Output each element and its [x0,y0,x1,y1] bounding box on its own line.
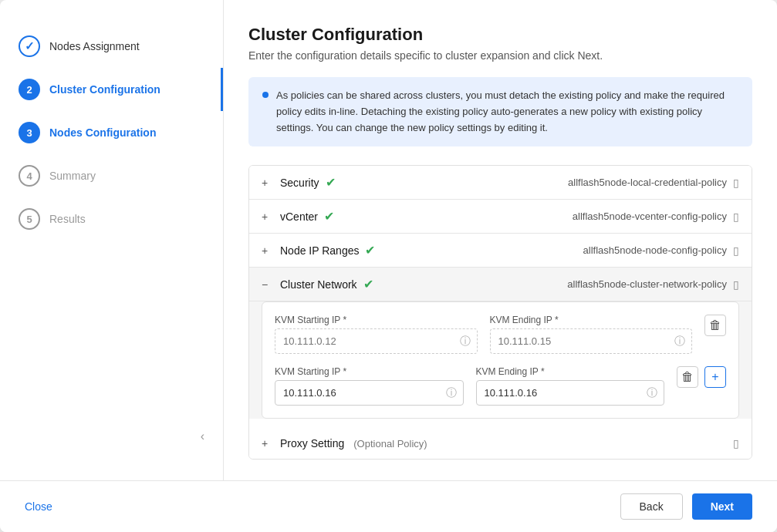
config-row-security: + Security ✔ allflash5node-local-credent… [249,166,752,200]
back-button[interactable]: Back [620,493,683,520]
delete-row-1-button[interactable]: 🗑 [704,315,726,336]
cluster-network-expand-icon[interactable]: − [262,278,274,291]
sidebar: ✓ Nodes Assignment 2 Cluster Configurati… [0,0,224,480]
kvm-end-input-1[interactable] [491,329,692,353]
config-list: + Security ✔ allflash5node-local-credent… [248,165,752,460]
security-expand-icon[interactable]: + [262,177,274,189]
config-row-cluster-network-header: − Cluster Network ✔ [262,277,567,291]
vcenter-copy-icon[interactable]: ▯ [733,210,739,223]
config-row-vcenter-header: + vCenter ✔ [262,209,573,224]
close-link[interactable]: Close [25,500,52,513]
node-ip-check-icon: ✔ [365,243,375,258]
cluster-network-copy-icon[interactable]: ▯ [733,278,739,291]
kvm-end-field-2: KVM Ending IP * ⓘ [476,366,665,406]
config-row-node-ip-header: + Node IP Ranges ✔ [262,243,583,258]
kvm-start-input-wrapper-1: ⓘ [275,328,478,354]
ip-row-1-actions: 🗑 [704,315,726,338]
modal-body: ✓ Nodes Assignment 2 Cluster Configurati… [0,0,777,480]
kvm-start-label-1: KVM Starting IP * [275,315,478,325]
kvm-end-input-wrapper-1: ⓘ [490,328,693,354]
kvm-end-input-wrapper-2: ⓘ [476,380,665,406]
add-row-button[interactable]: + [704,366,726,388]
next-button[interactable]: Next [692,493,752,520]
ip-row-2-actions: 🗑 + [677,366,726,389]
step-2-number: 2 [26,84,32,96]
kvm-start-field-1: KVM Starting IP * ⓘ [275,315,478,354]
proxy-optional-label: (Optional Policy) [353,438,427,450]
kvm-end-label-2: KVM Ending IP * [476,366,665,377]
step-1-circle: ✓ [19,35,40,57]
kvm-end-field-1: KVM Ending IP * ⓘ [490,315,693,354]
security-label: Security [280,177,319,189]
info-banner-text: As policies can be shared across cluster… [276,88,738,136]
step-4-circle: 4 [19,165,40,187]
kvm-start-input-1[interactable] [275,329,477,353]
sidebar-item-cluster-configuration[interactable]: 2 Cluster Configuration [0,68,223,111]
sidebar-item-summary[interactable]: 4 Summary [0,154,223,197]
step-2-circle: 2 [19,79,40,100]
info-dot-icon [262,92,269,98]
step-5-number: 5 [26,214,32,225]
step-5-label: Results [49,213,86,225]
step-1-check-icon: ✓ [25,39,35,53]
node-ip-policy-name: allflash5node-node-config-policy [583,244,727,256]
cluster-network-check-icon: ✔ [363,277,373,291]
vcenter-label: vCenter [280,210,318,223]
page-title: Cluster Configuration [248,25,752,45]
node-ip-label: Node IP Ranges [280,244,359,257]
ip-row-1: KVM Starting IP * ⓘ KVM Ending IP * [275,315,726,354]
node-ip-expand-icon[interactable]: + [262,244,274,257]
vcenter-check-icon: ✔ [324,209,334,224]
main-content: Cluster Configuration Enter the configur… [224,0,777,480]
sidebar-item-nodes-assignment[interactable]: ✓ Nodes Assignment [0,25,223,68]
proxy-expand-icon[interactable]: + [262,437,274,450]
kvm-start-input-wrapper-2: ⓘ [275,380,464,406]
step-2-label: Cluster Configuration [49,83,160,96]
kvm-end-input-2[interactable] [477,381,664,405]
step-4-number: 4 [26,170,32,182]
cluster-network-expanded-content: KVM Starting IP * ⓘ KVM Ending IP * [249,301,752,419]
kvm-start-input-2[interactable] [275,381,463,405]
config-row-security-header: + Security ✔ [262,175,568,190]
security-check-icon: ✔ [326,175,336,190]
step-4-label: Summary [49,170,96,182]
config-row-proxy-setting: + Proxy Setting (Optional Policy) ▯ [249,428,752,459]
kvm-start-info-icon-1: ⓘ [460,335,471,348]
security-policy-name: allflash5node-local-credential-policy [568,177,727,188]
step-3-number: 3 [26,127,32,139]
cluster-network-policy-name: allflash5node-cluster-network-policy [567,278,727,290]
kvm-end-info-icon-2: ⓘ [647,386,657,400]
footer-left: Close [25,500,52,513]
kvm-start-field-2: KVM Starting IP * ⓘ [275,366,464,406]
ip-row-2: KVM Starting IP * ⓘ KVM Ending IP * [275,366,726,406]
sidebar-item-results[interactable]: 5 Results [0,197,223,241]
sidebar-collapse-button[interactable]: ‹ [201,429,204,443]
config-row-vcenter: + vCenter ✔ allflash5node-vcenter-config… [249,200,752,234]
security-copy-icon[interactable]: ▯ [733,177,739,189]
step-3-circle: 3 [19,122,40,143]
cluster-network-label: Cluster Network [280,278,357,291]
vcenter-policy-name: allflash5node-vcenter-config-policy [573,210,727,222]
step-5-circle: 5 [19,208,40,230]
kvm-end-label-1: KVM Ending IP * [490,315,693,325]
kvm-start-info-icon-2: ⓘ [446,386,457,400]
modal-container: ✓ Nodes Assignment 2 Cluster Configurati… [0,0,777,532]
proxy-label: Proxy Setting [280,437,344,450]
kvm-end-info-icon-1: ⓘ [674,335,685,348]
delete-row-2-button[interactable]: 🗑 [677,366,698,388]
footer-right: Back Next [620,493,752,520]
modal-footer: Close Back Next [0,480,777,532]
step-3-label: Nodes Configuration [49,126,156,139]
vcenter-expand-icon[interactable]: + [262,210,274,223]
cluster-network-form: KVM Starting IP * ⓘ KVM Ending IP * [262,301,739,419]
sidebar-item-nodes-configuration[interactable]: 3 Nodes Configuration [0,111,223,154]
node-ip-copy-icon[interactable]: ▯ [733,244,739,257]
step-1-label: Nodes Assignment [49,40,140,52]
config-row-cluster-network: − Cluster Network ✔ allflash5node-cluste… [249,268,752,301]
proxy-copy-icon[interactable]: ▯ [733,437,739,450]
config-row-proxy-header: + Proxy Setting (Optional Policy) [262,437,727,450]
kvm-start-label-2: KVM Starting IP * [275,366,464,377]
config-row-node-ip-ranges: + Node IP Ranges ✔ allflash5node-node-co… [249,234,752,268]
page-subtitle: Enter the configuration details specific… [248,49,752,62]
info-banner: As policies can be shared across cluster… [248,77,752,146]
